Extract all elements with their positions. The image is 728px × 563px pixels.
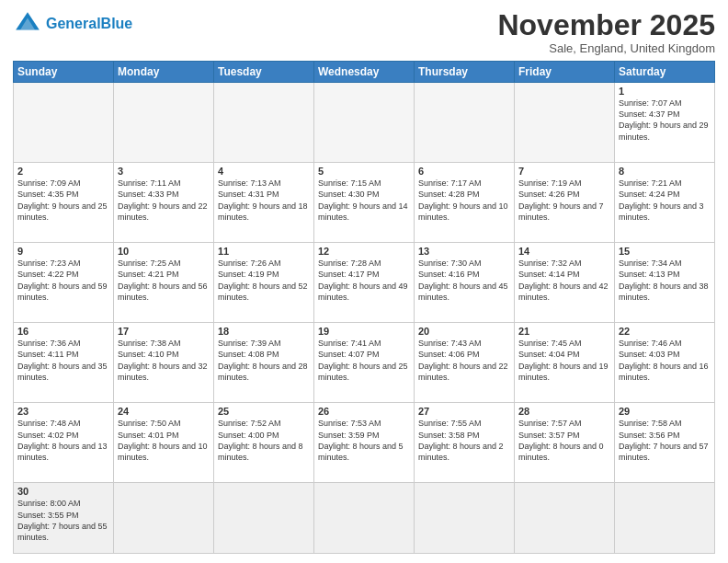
week-row-1: 1 Sunrise: 7:07 AM Sunset: 4:37 PM Dayli…: [14, 83, 715, 163]
header-sunday: Sunday: [14, 62, 114, 83]
header-thursday: Thursday: [415, 62, 515, 83]
day-30: 30 Sunrise: 8:00 AMSunset: 3:55 PMDaylig…: [14, 483, 114, 554]
header-right: November 2025 Sale, England, United King…: [497, 9, 715, 55]
day-5: 5 Sunrise: 7:15 AMSunset: 4:30 PMDayligh…: [314, 163, 415, 243]
header-saturday: Saturday: [615, 62, 715, 83]
empty-cell: [214, 83, 314, 163]
day-28: 28 Sunrise: 7:57 AMSunset: 3:57 PMDaylig…: [515, 403, 615, 483]
day-18: 18 Sunrise: 7:39 AMSunset: 4:08 PMDaylig…: [214, 323, 314, 403]
day-10: 10 Sunrise: 7:25 AMSunset: 4:21 PMDaylig…: [114, 243, 214, 323]
day-4: 4 Sunrise: 7:13 AMSunset: 4:31 PMDayligh…: [214, 163, 314, 243]
empty-cell: [14, 83, 114, 163]
day-15: 15 Sunrise: 7:34 AMSunset: 4:13 PMDaylig…: [615, 243, 715, 323]
empty-cell: [114, 483, 214, 554]
day-13: 13 Sunrise: 7:30 AMSunset: 4:16 PMDaylig…: [415, 243, 515, 323]
empty-cell: [314, 483, 415, 554]
week-row-6: 30 Sunrise: 8:00 AMSunset: 3:55 PMDaylig…: [14, 483, 715, 554]
month-title: November 2025: [497, 9, 715, 41]
day-12: 12 Sunrise: 7:28 AMSunset: 4:17 PMDaylig…: [314, 243, 415, 323]
page: GeneralBlue November 2025 Sale, England,…: [0, 0, 728, 563]
week-row-2: 2 Sunrise: 7:09 AMSunset: 4:35 PMDayligh…: [14, 163, 715, 243]
day-2: 2 Sunrise: 7:09 AMSunset: 4:35 PMDayligh…: [14, 163, 114, 243]
day-27: 27 Sunrise: 7:55 AMSunset: 3:58 PMDaylig…: [415, 403, 515, 483]
header-tuesday: Tuesday: [214, 62, 314, 83]
day-11: 11 Sunrise: 7:26 AMSunset: 4:19 PMDaylig…: [214, 243, 314, 323]
day-26: 26 Sunrise: 7:53 AMSunset: 3:59 PMDaylig…: [314, 403, 415, 483]
calendar-table: Sunday Monday Tuesday Wednesday Thursday…: [13, 61, 715, 554]
day-6: 6 Sunrise: 7:17 AMSunset: 4:28 PMDayligh…: [415, 163, 515, 243]
header: GeneralBlue November 2025 Sale, England,…: [13, 9, 715, 55]
day-21: 21 Sunrise: 7:45 AMSunset: 4:04 PMDaylig…: [515, 323, 615, 403]
day-22: 22 Sunrise: 7:46 AMSunset: 4:03 PMDaylig…: [615, 323, 715, 403]
weekday-header-row: Sunday Monday Tuesday Wednesday Thursday…: [14, 62, 715, 83]
day-25: 25 Sunrise: 7:52 AMSunset: 4:00 PMDaylig…: [214, 403, 314, 483]
week-row-3: 9 Sunrise: 7:23 AMSunset: 4:22 PMDayligh…: [14, 243, 715, 323]
subtitle: Sale, England, United Kingdom: [497, 41, 715, 55]
empty-cell: [214, 483, 314, 554]
day-16: 16 Sunrise: 7:36 AMSunset: 4:11 PMDaylig…: [14, 323, 114, 403]
empty-cell: [415, 83, 515, 163]
day-1: 1 Sunrise: 7:07 AM Sunset: 4:37 PM Dayli…: [615, 83, 715, 163]
day-8: 8 Sunrise: 7:21 AMSunset: 4:24 PMDayligh…: [615, 163, 715, 243]
logo-text: GeneralBlue: [46, 16, 132, 32]
empty-cell: [615, 483, 715, 554]
empty-cell: [515, 483, 615, 554]
empty-cell: [415, 483, 515, 554]
week-row-4: 16 Sunrise: 7:36 AMSunset: 4:11 PMDaylig…: [14, 323, 715, 403]
empty-cell: [314, 83, 415, 163]
day-17: 17 Sunrise: 7:38 AMSunset: 4:10 PMDaylig…: [114, 323, 214, 403]
day-23: 23 Sunrise: 7:48 AMSunset: 4:02 PMDaylig…: [14, 403, 114, 483]
empty-cell: [114, 83, 214, 163]
day-14: 14 Sunrise: 7:32 AMSunset: 4:14 PMDaylig…: [515, 243, 615, 323]
day-24: 24 Sunrise: 7:50 AMSunset: 4:01 PMDaylig…: [114, 403, 214, 483]
day-29: 29 Sunrise: 7:58 AMSunset: 3:56 PMDaylig…: [615, 403, 715, 483]
week-row-5: 23 Sunrise: 7:48 AMSunset: 4:02 PMDaylig…: [14, 403, 715, 483]
header-wednesday: Wednesday: [314, 62, 415, 83]
day-20: 20 Sunrise: 7:43 AMSunset: 4:06 PMDaylig…: [415, 323, 515, 403]
day-19: 19 Sunrise: 7:41 AMSunset: 4:07 PMDaylig…: [314, 323, 415, 403]
day-9: 9 Sunrise: 7:23 AMSunset: 4:22 PMDayligh…: [14, 243, 114, 323]
day-3: 3 Sunrise: 7:11 AMSunset: 4:33 PMDayligh…: [114, 163, 214, 243]
logo-icon: [13, 9, 42, 39]
logo: GeneralBlue: [13, 9, 132, 39]
header-friday: Friday: [515, 62, 615, 83]
day-7: 7 Sunrise: 7:19 AMSunset: 4:26 PMDayligh…: [515, 163, 615, 243]
empty-cell: [515, 83, 615, 163]
header-monday: Monday: [114, 62, 214, 83]
